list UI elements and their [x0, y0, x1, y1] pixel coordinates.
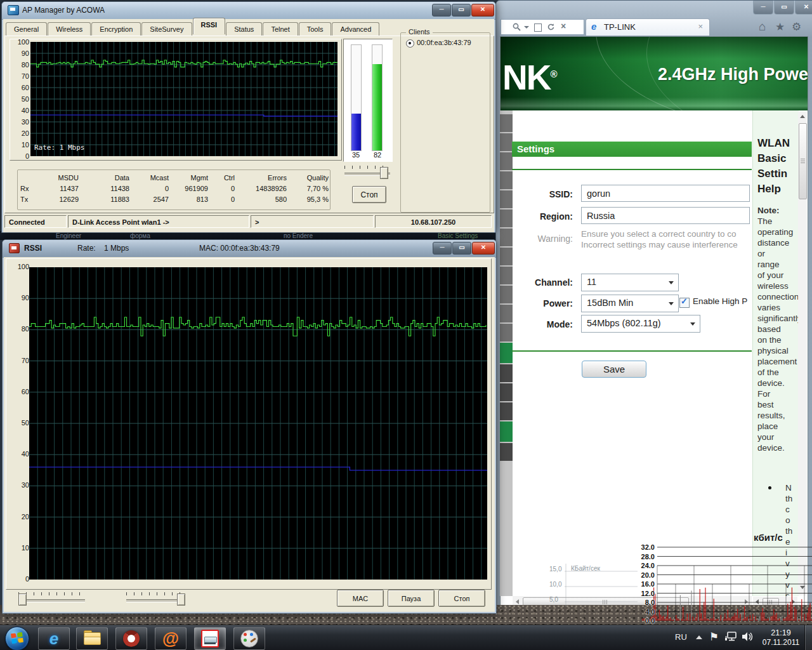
tab-encryption[interactable]: Encryption [91, 22, 141, 36]
slider-thumb[interactable] [18, 594, 27, 606]
nav-item[interactable] [500, 267, 513, 284]
stats-table: MSDUDataMcastMgmtCtrlErrorsQualityRx1143… [20, 174, 331, 206]
nav-item[interactable] [500, 190, 513, 208]
slider-thumb[interactable] [380, 167, 388, 179]
clock[interactable]: 21:19 07.11.2011 [760, 628, 802, 647]
window-title: RSSI [24, 244, 42, 253]
taskbar-browser-button[interactable] [115, 627, 147, 650]
action-center-flag-icon[interactable]: ⚑ [709, 630, 719, 644]
nav-item[interactable] [500, 364, 513, 382]
tab-wireless[interactable]: Wireless [48, 22, 91, 36]
status-bar: ConnectedD-Link Access Point wlan1 ->>10… [4, 215, 494, 229]
tab-tools[interactable]: Tools [299, 22, 332, 36]
home-icon[interactable]: ⌂ [759, 20, 766, 34]
sidebar-scrollbar[interactable] [798, 112, 807, 595]
favorites-star-icon[interactable]: ★ [775, 20, 785, 34]
stop-icon[interactable]: × [561, 21, 566, 31]
scrollbar-thumb[interactable] [799, 123, 807, 199]
minimize-icon[interactable]: ─ [753, 1, 773, 15]
scroll-down-icon[interactable] [800, 586, 805, 589]
nav-item[interactable] [500, 443, 513, 461]
minimize-icon[interactable]: ─ [433, 242, 452, 255]
scale-slider-right[interactable] [126, 592, 185, 602]
refresh-icon[interactable] [547, 23, 555, 31]
client-radio[interactable] [406, 39, 414, 48]
compatibility-view-icon[interactable] [534, 23, 542, 32]
pause-button[interactable]: Пауза [388, 590, 435, 607]
tray-expand-icon[interactable] [696, 635, 702, 639]
nav-item[interactable] [500, 421, 513, 442]
nav-item[interactable] [500, 114, 513, 132]
nav-item[interactable] [500, 248, 513, 265]
tab-status[interactable]: Status [226, 22, 262, 36]
interval-slider[interactable] [344, 166, 390, 176]
close-icon[interactable]: ✕ [795, 1, 812, 15]
tab-general[interactable]: General [6, 22, 47, 36]
nav-item[interactable] [500, 383, 513, 401]
language-indicator[interactable]: RU [675, 632, 687, 642]
browser-tab[interactable]: e TP-LINK × [586, 18, 710, 36]
settings-gear-icon[interactable]: ⚙ [792, 20, 801, 34]
taskbar-ap-manager-button[interactable] [194, 627, 226, 650]
nav-item[interactable] [500, 305, 513, 322]
minimize-icon[interactable]: ─ [432, 4, 451, 17]
scale-slider-left[interactable] [18, 592, 85, 602]
scroll-up-icon[interactable] [800, 115, 805, 118]
search-dropdown-icon[interactable] [524, 26, 529, 29]
start-button[interactable] [5, 627, 29, 650]
scroll-right-icon[interactable] [745, 599, 748, 604]
nav-item[interactable] [500, 152, 513, 170]
address-bar[interactable]: × [501, 19, 584, 35]
tab-telnet[interactable]: Telnet [263, 22, 298, 36]
maximize-icon[interactable]: ▭ [452, 242, 471, 255]
high-power-checkbox[interactable]: ✓ [679, 298, 690, 308]
help-heading-line: WLAN [757, 136, 799, 151]
power-label: Power: [512, 298, 573, 308]
scroll-left-icon[interactable] [516, 599, 519, 604]
mode-select[interactable]: 54Mbps (802.11g) [581, 315, 700, 333]
network-icon[interactable] [724, 632, 737, 643]
slider-thumb[interactable] [177, 594, 185, 606]
search-icon[interactable] [513, 23, 521, 31]
close-icon[interactable]: ✕ [472, 242, 495, 255]
ssid-input[interactable] [581, 185, 750, 202]
region-input[interactable] [581, 207, 750, 224]
rssi-titlebar[interactable]: RSSI Rate: 1 Mbps MAC: 00:0f:ea:3b:43:79… [3, 240, 496, 258]
tab-close-icon[interactable]: × [698, 22, 703, 31]
tab-advanced[interactable]: Advanced [332, 22, 379, 36]
nav-item[interactable] [500, 286, 513, 303]
nav-item[interactable] [500, 229, 513, 246]
nav-item[interactable] [500, 402, 513, 420]
show-desktop-button[interactable] [804, 625, 812, 650]
scroll-left-icon[interactable] [756, 599, 759, 604]
volume-icon[interactable] [741, 631, 754, 642]
taskbar-ie-button[interactable]: e [38, 627, 70, 650]
nav-item[interactable] [500, 343, 513, 363]
close-icon[interactable]: ✕ [471, 4, 494, 17]
stats-cell: 11438 [81, 185, 132, 196]
stats-cell: Errors [237, 174, 289, 185]
save-button[interactable]: Save [582, 361, 646, 378]
help-note-line: operating [757, 227, 798, 237]
taskbar-explorer-button[interactable] [76, 627, 108, 650]
nav-item[interactable] [500, 209, 513, 227]
tab-rssi[interactable]: RSSI [193, 18, 226, 34]
taskbar-paint-button[interactable] [233, 627, 265, 650]
y-tick: 100 [11, 38, 29, 46]
maximize-icon[interactable]: ▭ [774, 1, 794, 15]
maximize-icon[interactable]: ▭ [452, 4, 471, 17]
tab-sitesurvey[interactable]: SiteSurvey [141, 22, 192, 36]
y-tick: 50 [11, 95, 29, 103]
nav-item[interactable] [500, 133, 513, 151]
ap-titlebar[interactable]: AP Manager by ACOWA ─ ▭ ✕ [2, 2, 495, 20]
channel-select[interactable]: 11 [581, 274, 679, 291]
help-bullet-line: th [785, 526, 798, 536]
taskbar-mail-button[interactable]: @ [155, 627, 187, 650]
nav-item[interactable] [500, 324, 513, 342]
stop-button[interactable]: Стоп [438, 590, 485, 607]
mac-button[interactable]: MAC [337, 590, 384, 607]
scroll-right-icon[interactable] [792, 599, 795, 604]
power-select[interactable]: 15dBm Min [581, 295, 679, 312]
nav-item[interactable] [500, 171, 513, 189]
stop-button[interactable]: Стоп [352, 186, 386, 203]
